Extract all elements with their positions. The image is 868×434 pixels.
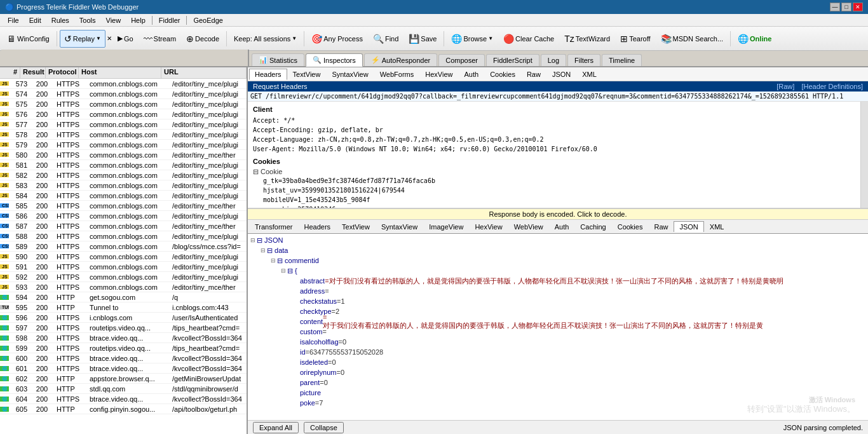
subtab-headers[interactable]: Headers	[249, 69, 287, 80]
table-row[interactable]: CSS 587 200 HTTPS common.cnblogs.com /ed…	[0, 221, 247, 231]
table-row[interactable]: JS 591 200 HTTPS common.cnblogs.com /edi…	[0, 262, 247, 272]
table-row[interactable]: JS 573 200 HTTPS common.cnblogs.com /edi…	[0, 79, 247, 89]
table-row[interactable]: JS 576 200 HTTPS common.cnblogs.com /edi…	[0, 109, 247, 119]
table-row[interactable]: 🌐 598 200 HTTPS btrace.video.qq... /kvco…	[0, 333, 247, 343]
bottom-tab-headers[interactable]: Headers	[299, 221, 337, 232]
tab-timeline[interactable]: Timeline	[602, 54, 642, 66]
table-row[interactable]: JS 577 200 HTTPS common.cnblogs.com /edi…	[0, 119, 247, 130]
session-list[interactable]: JS 573 200 HTTPS common.cnblogs.com /edi…	[0, 79, 247, 434]
list-item[interactable]: ⊟⊟ commentid	[248, 255, 868, 266]
raw-link[interactable]: [Raw]	[776, 83, 794, 90]
expand-all-button[interactable]: Expand All	[253, 422, 299, 433]
expand-icon[interactable]: ⊟	[261, 247, 266, 254]
table-row[interactable]: 🌐 603 200 HTTP stdl.qq.com /stdl/qqminib…	[0, 384, 247, 394]
subtab-json[interactable]: JSON	[546, 69, 576, 79]
list-item[interactable]: content =对于我们没有看过的韩版的人，就是觉得国内的要强于韩版，人物都年…	[248, 316, 868, 327]
stream-button[interactable]: 〰 Stream	[139, 30, 180, 48]
bottom-tab-json[interactable]: JSON	[674, 221, 703, 232]
table-row[interactable]: 🌐 594 200 HTTP get.sogou.com /q	[0, 292, 247, 302]
cookie-expand[interactable]: ⊟ Cookie	[253, 168, 282, 175]
replay-dropdown-icon[interactable]: ▼	[96, 36, 101, 41]
tab-fiddlerscript[interactable]: FiddlerScript	[486, 54, 539, 66]
bottom-tab-transformer[interactable]: Transformer	[249, 221, 299, 232]
list-item[interactable]: isalcoholflag =0	[248, 337, 868, 347]
subtab-syntaxview[interactable]: SyntaxView	[326, 69, 374, 79]
browse-button[interactable]: 🌐 Browse ▼	[447, 30, 498, 48]
table-row[interactable]: JS 581 200 HTTPS common.cnblogs.com /edi…	[0, 160, 247, 170]
online-button[interactable]: 🌐 Online	[733, 30, 776, 48]
tab-log[interactable]: Log	[541, 54, 566, 66]
textwizard-button[interactable]: Tz TextWizard	[560, 30, 614, 48]
list-item[interactable]: picture	[248, 388, 868, 398]
table-row[interactable]: JS 575 200 HTTPS common.cnblogs.com /edi…	[0, 99, 247, 109]
json-tree[interactable]: ⊟⊟ JSON⊟⊟ data⊟⊟ commentid⊟⊟ { abstract …	[248, 234, 868, 420]
table-row[interactable]: JS 590 200 HTTPS common.cnblogs.com /edi…	[0, 252, 247, 262]
list-item[interactable]: isdeleted =0	[248, 357, 868, 367]
menu-tools[interactable]: Tools	[74, 15, 101, 25]
go-button[interactable]: ▶ Go	[113, 30, 138, 48]
decode-button[interactable]: ⊕ Decode	[182, 30, 224, 48]
list-item[interactable]: ⊟⊟ JSON	[248, 235, 868, 245]
bottom-tab-imageview[interactable]: ImageView	[423, 221, 469, 232]
header-definitions-link[interactable]: [Header Definitions]	[801, 83, 863, 90]
bottom-tab-textview[interactable]: TextView	[336, 221, 376, 232]
subtab-cookies[interactable]: Cookies	[484, 69, 521, 79]
table-row[interactable]: 🌐 600 200 HTTPS btrace.video.qq... /kvco…	[0, 353, 247, 363]
bottom-tab-syntaxview[interactable]: SyntaxView	[376, 221, 423, 232]
bottom-tab-auth[interactable]: Auth	[549, 221, 575, 232]
menu-fiddler[interactable]: Fiddler	[154, 15, 186, 25]
table-row[interactable]: 🌐 596 200 HTTPS i.cnblogs.com /user/IsAu…	[0, 313, 247, 323]
clear-cache-button[interactable]: 🔴 Clear Cache	[499, 30, 559, 48]
table-row[interactable]: JS 583 200 HTTPS common.cnblogs.com /edi…	[0, 180, 247, 191]
subtab-hexview[interactable]: HexView	[419, 69, 458, 79]
subtab-webforms[interactable]: WebForms	[374, 69, 420, 79]
menu-edit[interactable]: Edit	[24, 15, 46, 25]
menu-view[interactable]: View	[101, 15, 126, 25]
bottom-tab-xml[interactable]: XML	[704, 221, 730, 232]
response-encoded-bar[interactable]: Response body is encoded. Click to decod…	[248, 208, 868, 220]
table-row[interactable]: 🌐 602 200 HTTP appstore.browser.q... /ge…	[0, 374, 247, 384]
minimize-button[interactable]: —	[830, 3, 840, 11]
list-item[interactable]: parent =0	[248, 377, 868, 388]
list-item[interactable]: ⊟⊟ data	[248, 245, 868, 255]
table-row[interactable]: JS 593 200 HTTPS common.cnblogs.com /edi…	[0, 282, 247, 292]
any-process-button[interactable]: 🎯 Any Process	[307, 30, 367, 48]
table-row[interactable]: JS 584 200 HTTPS common.cnblogs.com /edi…	[0, 191, 247, 201]
table-row[interactable]: 🌐 604 200 HTTPS btrace.video.qq... /kvco…	[0, 394, 247, 404]
menu-file[interactable]: File	[3, 15, 24, 25]
menu-geoedge[interactable]: GeoEdge	[188, 15, 227, 25]
find-button[interactable]: 🔍 Find	[369, 30, 403, 48]
save-button[interactable]: 💾 Save	[404, 30, 441, 48]
bottom-tab-cookies[interactable]: Cookies	[612, 221, 649, 232]
list-item[interactable]: address =	[248, 286, 868, 296]
expand-icon[interactable]: ⊟	[250, 237, 255, 243]
tab-filters[interactable]: Filters	[567, 54, 600, 66]
list-item[interactable]: poke =7	[248, 398, 868, 408]
table-row[interactable]: 🌐 601 200 HTTPS btrace.video.qq... /kvco…	[0, 363, 247, 374]
collapse-button[interactable]: Collapse	[304, 422, 344, 433]
list-item[interactable]: abstract =对于我们没有看过的韩版的人，就是觉得国内的要强于韩版，人物都…	[248, 276, 868, 286]
table-row[interactable]: 🌐 605 200 HTTP config.pinyin.sogou... /a…	[0, 404, 247, 414]
bottom-tab-webview[interactable]: WebView	[508, 221, 549, 232]
table-row[interactable]: CSS 588 200 HTTPS common.cnblogs.com /ed…	[0, 231, 247, 241]
winconfig-button[interactable]: 🖥 WinConfig	[3, 30, 54, 48]
bottom-tab-hexview[interactable]: HexView	[469, 221, 508, 232]
table-row[interactable]: JS 578 200 HTTPS common.cnblogs.com /edi…	[0, 130, 247, 140]
keep-sessions-button[interactable]: Keep: All sessions ▼	[229, 30, 301, 48]
list-item[interactable]: ⊟⊟ {	[248, 266, 868, 276]
subtab-auth[interactable]: Auth	[459, 69, 485, 79]
table-row[interactable]: CSS 586 200 HTTPS common.cnblogs.com /ed…	[0, 211, 247, 221]
tearoff-button[interactable]: ⊞ Tearoff	[616, 30, 654, 48]
replay-button[interactable]: ↺ Replay ▼	[60, 30, 105, 48]
table-row[interactable]: 🌐 599 200 HTTPS routetips.video.qq... /t…	[0, 343, 247, 353]
list-item[interactable]: id =6347755553715052028	[248, 347, 868, 357]
bottom-tab-raw[interactable]: Raw	[648, 221, 674, 232]
list-item[interactable]: orireplynum =0	[248, 367, 868, 377]
table-row[interactable]: CSS 585 200 HTTPS common.cnblogs.com /ed…	[0, 201, 247, 211]
table-row[interactable]: 🌐 597 200 HTTPS routetips.video.qq... /t…	[0, 323, 247, 333]
table-row[interactable]: JS 592 200 HTTPS common.cnblogs.com /edi…	[0, 272, 247, 282]
menu-help[interactable]: Help	[126, 15, 151, 25]
tab-composer[interactable]: Composer	[438, 54, 485, 66]
list-item[interactable]: checkstatus =1	[248, 296, 868, 306]
subtab-textview[interactable]: TextView	[287, 69, 327, 79]
